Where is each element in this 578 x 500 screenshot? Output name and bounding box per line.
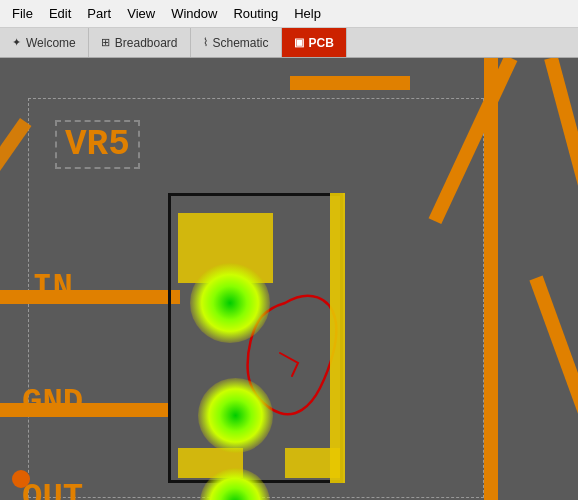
- menubar: File Edit Part View Window Routing Help: [0, 0, 578, 28]
- trace-top-horiz: [290, 76, 410, 90]
- tab-breadboard-label: Breadboard: [115, 36, 178, 50]
- menu-file[interactable]: File: [4, 4, 41, 23]
- menu-window[interactable]: Window: [163, 4, 225, 23]
- menu-view[interactable]: View: [119, 4, 163, 23]
- welcome-icon: ✦: [12, 36, 21, 49]
- tab-schematic-label: Schematic: [213, 36, 269, 50]
- pcb-icon: ▣: [294, 36, 304, 49]
- menu-routing[interactable]: Routing: [225, 4, 286, 23]
- orange-dot-bl: [12, 470, 30, 488]
- schematic-icon: ⌇: [203, 36, 208, 49]
- menu-help[interactable]: Help: [286, 4, 329, 23]
- trace-left-in: [0, 290, 180, 304]
- breadboard-icon: ⊞: [101, 36, 110, 49]
- tab-pcb-label: PCB: [309, 36, 334, 50]
- via-lower: [198, 378, 273, 453]
- trace-left-gnd: [0, 403, 170, 417]
- trace-right-vert: [484, 58, 498, 500]
- tab-schematic[interactable]: ⌇ Schematic: [191, 28, 282, 57]
- via-upper: [190, 263, 270, 343]
- right-strip: [330, 193, 345, 483]
- tab-welcome-label: Welcome: [26, 36, 76, 50]
- label-vr5: VR5: [55, 120, 140, 169]
- tab-welcome[interactable]: ✦ Welcome: [0, 28, 89, 57]
- menu-edit[interactable]: Edit: [41, 4, 79, 23]
- pcb-canvas[interactable]: VR5 IN GND OUT: [0, 58, 578, 500]
- tabbar: ✦ Welcome ⊞ Breadboard ⌇ Schematic ▣ PCB: [0, 28, 578, 58]
- label-out: OUT: [22, 478, 83, 500]
- tab-pcb[interactable]: ▣ PCB: [282, 28, 347, 57]
- menu-part[interactable]: Part: [79, 4, 119, 23]
- tab-breadboard[interactable]: ⊞ Breadboard: [89, 28, 191, 57]
